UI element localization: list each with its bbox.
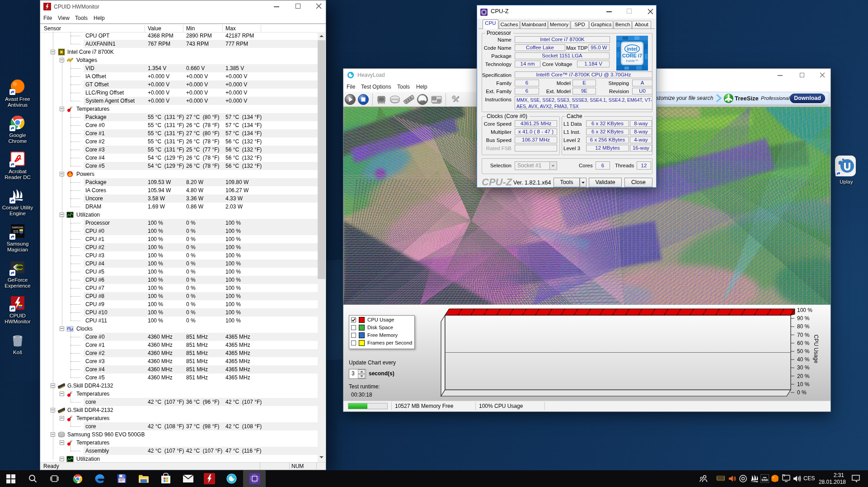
- svg-text:20 %: 20 %: [797, 373, 810, 379]
- svg-text:40 %: 40 %: [797, 356, 810, 363]
- svg-text:80 %: 80 %: [797, 323, 810, 330]
- svg-text:0 %: 0 %: [797, 389, 807, 396]
- svg-text:70 %: 70 %: [797, 332, 810, 338]
- svg-text:CORE i7: CORE i7: [622, 53, 642, 58]
- svg-text:inside™: inside™: [626, 59, 638, 63]
- svg-text:SAMSUNG: SAMSUNG: [12, 226, 23, 229]
- svg-text:SS: SS: [13, 229, 19, 234]
- svg-text:30 %: 30 %: [797, 364, 810, 371]
- svg-text:50 %: 50 %: [797, 348, 810, 355]
- svg-text:100 %: 100 %: [797, 307, 812, 313]
- svg-text:10 %: 10 %: [797, 381, 810, 388]
- svg-text:SSD: SSD: [761, 478, 768, 482]
- svg-text:90 %: 90 %: [797, 315, 810, 322]
- svg-text:60 %: 60 %: [797, 340, 810, 346]
- svg-text:intel: intel: [627, 46, 638, 52]
